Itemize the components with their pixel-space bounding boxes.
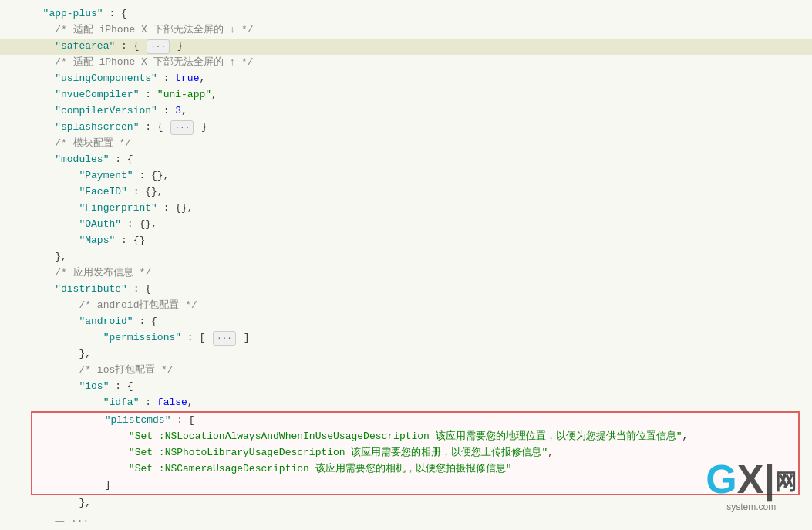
- code-line: "Set :NSLocationAlwaysAndWhenInUseUsageD…: [32, 429, 798, 445]
- code-token-punct: : [: [181, 330, 211, 346]
- code-token-punct: : {: [127, 282, 151, 298]
- code-line: "safearea" : { ··· }: [0, 39, 812, 55]
- code-line: "idfa" : false,: [0, 395, 812, 411]
- code-token-punct: : {: [109, 152, 133, 168]
- code-token-punct: :: [157, 103, 175, 120]
- code-token-punct: : {}: [115, 233, 145, 249]
- code-token-punct: },: [79, 495, 91, 511]
- code-token-punct: : {: [115, 39, 145, 55]
- code-token-punct: : [: [170, 413, 194, 429]
- watermark: GX|网 system.com: [706, 459, 797, 515]
- code-line: "modules" : {: [0, 152, 812, 168]
- watermark-url: system.com: [706, 500, 797, 515]
- code-line: "compilerVersion" : 3,: [0, 103, 812, 120]
- code-token-comment: /* 模块配置 */: [55, 136, 131, 152]
- code-token-key: "app-plus": [43, 6, 103, 22]
- code-token-comment: /* 适配 iPhone X 下部无法全屏的 ↑ */: [55, 55, 253, 71]
- code-token-str: "Set :NSCameraUsageDescription 该应用需要您的相机…: [129, 461, 512, 478]
- code-line: "splashscreen" : { ··· }: [0, 120, 812, 136]
- code-line: },: [0, 249, 812, 265]
- code-token-punct: ,: [211, 87, 217, 103]
- highlighted-block: "plistcmds" : [ "Set :NSLocationAlwaysAn…: [31, 411, 800, 495]
- code-token-punct: },: [79, 346, 91, 363]
- code-token-key: "ios": [79, 379, 109, 395]
- collapsed-indicator[interactable]: ···: [147, 39, 170, 55]
- code-token-punct: : {: [133, 314, 157, 330]
- code-line: /* ios打包配置 */: [0, 363, 812, 379]
- code-token-key: "splashscreen": [55, 120, 139, 136]
- code-token-punct: :: [139, 87, 157, 103]
- code-line: "plistcmds" : [: [32, 413, 798, 429]
- code-token-punct: : {},: [127, 184, 163, 201]
- code-token-key: "nvueCompiler": [55, 87, 139, 103]
- code-line: "distribute" : {: [0, 282, 812, 298]
- code-token-punct: :: [157, 71, 175, 87]
- watermark-xi: X|: [737, 457, 775, 501]
- code-token-key: "Fingerprint": [79, 201, 157, 217]
- code-token-comment: /* android打包配置 */: [79, 298, 197, 314]
- code-token-punct: :: [139, 395, 157, 411]
- code-token-bool: true: [175, 71, 199, 87]
- code-line: },: [0, 346, 812, 363]
- code-line: "Payment" : {},: [0, 168, 812, 184]
- code-token-bool: false: [157, 395, 187, 411]
- code-token-key: "plistcmds": [105, 413, 171, 429]
- code-line: /* 应用发布信息 */: [0, 265, 812, 282]
- code-line: "OAuth" : {},: [0, 217, 812, 233]
- code-token-comment: /* ios打包配置 */: [79, 363, 173, 379]
- collapsed-indicator[interactable]: ···: [170, 120, 194, 136]
- code-line: "nvueCompiler" : "uni-app",: [0, 87, 812, 103]
- code-line: "usingComponents" : true,: [0, 71, 812, 87]
- code-token-punct: ,: [682, 429, 689, 445]
- code-token-num: 3: [175, 103, 181, 120]
- watermark-net: 网: [775, 470, 797, 494]
- code-token-punct: },: [55, 249, 67, 265]
- code-token-key: "modules": [55, 152, 109, 168]
- code-token-key: "compilerVersion": [55, 103, 157, 120]
- code-token-punct: : {: [139, 120, 169, 136]
- code-token-punct: : {},: [133, 168, 170, 184]
- code-line: "ios" : {: [0, 379, 812, 395]
- code-line: 二 ...: [0, 511, 812, 528]
- code-token-punct: : {: [109, 379, 133, 395]
- code-token-key: "idfa": [103, 395, 140, 411]
- code-token-punct: ,: [199, 71, 205, 87]
- code-token-key: "android": [79, 314, 133, 330]
- code-token-punct: ,: [548, 445, 554, 461]
- code-token-key: "usingComponents": [55, 71, 157, 87]
- code-token-comment: /* 适配 iPhone X 下部无法全屏的 ↓ */: [55, 22, 253, 39]
- code-token-punct: : {},: [157, 201, 194, 217]
- code-token-str: "Set :NSPhotoLibraryUsageDescription 该应用…: [129, 445, 548, 461]
- code-line: /* android打包配置 */: [0, 298, 812, 314]
- code-token-punct: ]: [105, 478, 111, 494]
- code-token-key: "Payment": [79, 168, 133, 184]
- code-line: /* 适配 iPhone X 下部无法全屏的 ↑ */: [0, 55, 812, 71]
- code-line: "Fingerprint" : {},: [0, 201, 812, 217]
- code-line: /* 适配 iPhone X 下部无法全屏的 ↓ */: [0, 22, 812, 39]
- code-token-punct: : {: [103, 6, 127, 22]
- code-token-comment: 二 ...: [55, 511, 89, 528]
- code-line: "Set :NSCameraUsageDescription 该应用需要您的相机…: [32, 461, 798, 478]
- code-token-str: "Set :NSLocationAlwaysAndWhenInUseUsageD…: [129, 429, 682, 445]
- code-token-punct: }: [171, 39, 184, 55]
- code-line: ]: [32, 478, 798, 494]
- code-line: "app-plus" : {: [0, 6, 812, 22]
- watermark-g: G: [706, 457, 736, 501]
- code-token-key: "permissions": [103, 330, 181, 346]
- code-line: "Set :NSPhotoLibraryUsageDescription 该应用…: [32, 445, 798, 461]
- code-token-key: "safearea": [55, 39, 115, 55]
- code-token-key: "FaceID": [79, 184, 126, 201]
- collapsed-indicator[interactable]: ···: [213, 331, 236, 346]
- code-token-punct: }: [195, 120, 207, 136]
- code-token-punct: ,: [181, 103, 187, 120]
- code-token-key: "distribute": [55, 282, 127, 298]
- code-token-key: "Maps": [79, 233, 115, 249]
- code-line: "permissions" : [ ··· ]: [0, 330, 812, 346]
- code-token-punct: : {},: [121, 217, 157, 233]
- code-line: /* 模块配置 */: [0, 136, 812, 152]
- code-token-punct: ,: [187, 395, 194, 411]
- code-editor: "app-plus" : { /* 适配 iPhone X 下部无法全屏的 ↓ …: [0, 0, 812, 530]
- code-line: "FaceID" : {},: [0, 184, 812, 201]
- code-token-punct: ]: [238, 330, 250, 346]
- code-line: },: [0, 495, 812, 511]
